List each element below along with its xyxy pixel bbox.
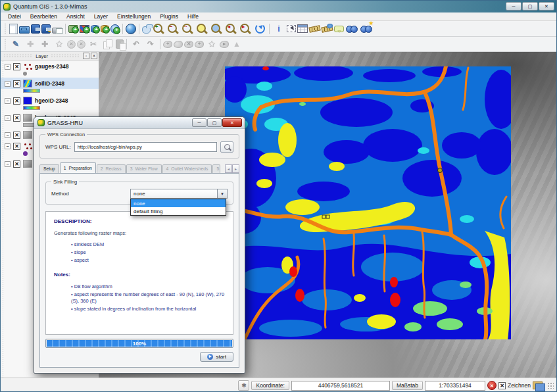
delete-selected-icon[interactable]: [67, 40, 76, 49]
layer-panel-header[interactable]: Layer ▫ ✕: [1, 52, 99, 61]
layer-checkbox[interactable]: ✕: [13, 97, 20, 105]
menu-datei[interactable]: Datei: [3, 13, 26, 20]
layer-row-gauges[interactable]: − ✕ gauges-2348: [1, 61, 99, 72]
zoom-out-icon[interactable]: −: [166, 22, 180, 36]
add-part-icon[interactable]: +: [195, 41, 204, 48]
measure-line-icon[interactable]: [308, 25, 320, 32]
layer-checkbox[interactable]: ✕: [13, 114, 20, 122]
add-database-layer-icon[interactable]: [101, 25, 109, 33]
expander-icon[interactable]: −: [5, 115, 11, 121]
method-value[interactable]: none: [130, 189, 218, 199]
attribute-table-icon[interactable]: [297, 24, 308, 33]
panel-float-icon[interactable]: ▫: [83, 53, 89, 59]
undo-icon[interactable]: ↶: [130, 37, 143, 51]
new-bookmark-icon[interactable]: ★: [360, 22, 373, 36]
scale-input[interactable]: [425, 381, 485, 391]
refresh-map-icon[interactable]: [253, 22, 266, 36]
layer-row-soil[interactable]: − ✕ soilID-2348: [1, 78, 99, 89]
open-project-icon[interactable]: [19, 26, 30, 34]
map-tips-icon[interactable]: [334, 26, 344, 32]
stop-render-icon[interactable]: ✕: [487, 381, 496, 390]
chevron-down-icon[interactable]: ▼: [218, 189, 228, 199]
paste-features-icon[interactable]: [116, 39, 124, 49]
menu-ansicht[interactable]: Ansicht: [62, 13, 89, 20]
tab-5[interactable]: 5: [212, 164, 220, 174]
wps-url-input[interactable]: [74, 142, 217, 152]
delete-part-icon[interactable]: [77, 40, 85, 49]
close-button[interactable]: ✕: [539, 2, 554, 11]
expander-icon[interactable]: −: [5, 132, 11, 138]
resize-grip[interactable]: [547, 382, 554, 389]
redo-icon[interactable]: ↷: [144, 37, 157, 51]
bookmark-icon[interactable]: [345, 22, 358, 36]
save-project-as-icon[interactable]: ✎: [41, 24, 51, 34]
menu-plugins[interactable]: Plugins: [155, 13, 183, 20]
menu-bearbeiten[interactable]: Bearbeiten: [26, 13, 62, 20]
identify-icon[interactable]: i: [272, 22, 285, 36]
expander-icon[interactable]: −: [5, 81, 11, 87]
layer-checkbox[interactable]: ✕: [13, 143, 20, 150]
simplify-feature-icon[interactable]: +: [163, 41, 172, 48]
map-canvas[interactable]: Layer ▫ ✕ − ✕ gauges-2348 − ✕ soilID-234…: [1, 52, 557, 378]
layer-checkbox[interactable]: ✕: [13, 80, 20, 87]
tab-outlet-watersheds[interactable]: 4Outlet Watersheds: [162, 164, 212, 174]
add-vector-layer-icon[interactable]: [68, 25, 78, 33]
move-feature-icon[interactable]: ✚: [24, 37, 37, 51]
zoom-next-icon[interactable]: ▸: [239, 22, 252, 36]
dialog-titlebar[interactable]: GRASS-HRU ─ ▢ ✕: [34, 117, 245, 129]
menu-hilfe[interactable]: Hilfe: [183, 13, 203, 20]
toggle-editing-icon[interactable]: ✎: [9, 37, 22, 51]
dropdown-option-none[interactable]: none: [131, 199, 226, 207]
dialog-maximize-button[interactable]: ▢: [207, 118, 222, 127]
method-combobox[interactable]: none ▼ none default filling: [130, 189, 228, 199]
tab-scroll-right-icon[interactable]: ▸: [232, 164, 239, 173]
menu-einstellungen[interactable]: Einstellungen: [112, 13, 155, 20]
delete-ring-icon[interactable]: ✕: [184, 41, 193, 48]
copy-features-icon[interactable]: [101, 37, 114, 51]
tab-preparation[interactable]: 1Preparation: [60, 162, 96, 174]
new-project-icon[interactable]: [9, 24, 18, 34]
maximize-button[interactable]: ▢: [522, 2, 538, 11]
globe-icon[interactable]: [126, 24, 136, 34]
minimize-button[interactable]: ─: [506, 2, 521, 11]
cut-features-icon[interactable]: ✂: [87, 37, 100, 51]
add-wms-layer-icon[interactable]: [110, 24, 120, 34]
tab-scroll-left-icon[interactable]: ◂: [225, 164, 232, 173]
add-ring-icon[interactable]: [174, 41, 183, 48]
zoom-selection-icon[interactable]: ∙∙: [181, 22, 194, 36]
node-tool-icon[interactable]: ▲: [230, 37, 243, 51]
add-raster-layer-icon[interactable]: [80, 25, 89, 33]
render-checkbox[interactable]: ✕: [498, 382, 506, 389]
add-postgis-layer-icon[interactable]: [91, 25, 99, 33]
dropdown-option-default-filling[interactable]: default filling: [131, 207, 226, 215]
move-vertex-icon[interactable]: ✚: [38, 37, 51, 51]
zoom-layer-icon[interactable]: [210, 22, 223, 36]
expander-icon[interactable]: −: [5, 64, 11, 70]
zoom-in-icon[interactable]: +: [152, 22, 165, 36]
wps-search-button[interactable]: [220, 141, 233, 153]
crs-status-icon[interactable]: [533, 381, 544, 390]
tab-setup[interactable]: Setup: [39, 164, 59, 174]
menu-layer[interactable]: Layer: [89, 13, 112, 20]
layer-row-hgeo[interactable]: − ✕ hgeoID-2348: [1, 95, 99, 106]
expander-icon[interactable]: −: [5, 98, 11, 104]
split-features-icon[interactable]: ▸: [220, 41, 229, 48]
select-features-icon[interactable]: [287, 25, 296, 32]
start-button[interactable]: start: [200, 352, 233, 362]
save-project-icon[interactable]: [31, 24, 40, 34]
extent-icon[interactable]: ✱: [238, 380, 249, 391]
window-titlebar[interactable]: Quantum GIS - 1.3.0-Mimas ─ ▢ ✕: [1, 1, 556, 12]
pan-map-icon[interactable]: [142, 26, 151, 34]
layer-checkbox[interactable]: ✕: [13, 132, 20, 139]
layer-checkbox[interactable]: ✕: [13, 63, 20, 70]
tab-water-flow[interactable]: 3Water Flow: [126, 164, 162, 174]
measure-area-icon[interactable]: [321, 25, 333, 32]
zoom-full-icon[interactable]: [195, 22, 208, 36]
zoom-last-icon[interactable]: ◂: [224, 22, 237, 36]
capture-nodes-icon[interactable]: ✩: [205, 37, 218, 51]
print-composer-icon[interactable]: [52, 28, 62, 34]
panel-close-icon[interactable]: ✕: [91, 53, 97, 59]
tab-reclass[interactable]: 2Reclass: [97, 164, 126, 174]
layer-checkbox[interactable]: ✕: [13, 160, 20, 168]
dialog-close-button[interactable]: ✕: [222, 118, 242, 127]
